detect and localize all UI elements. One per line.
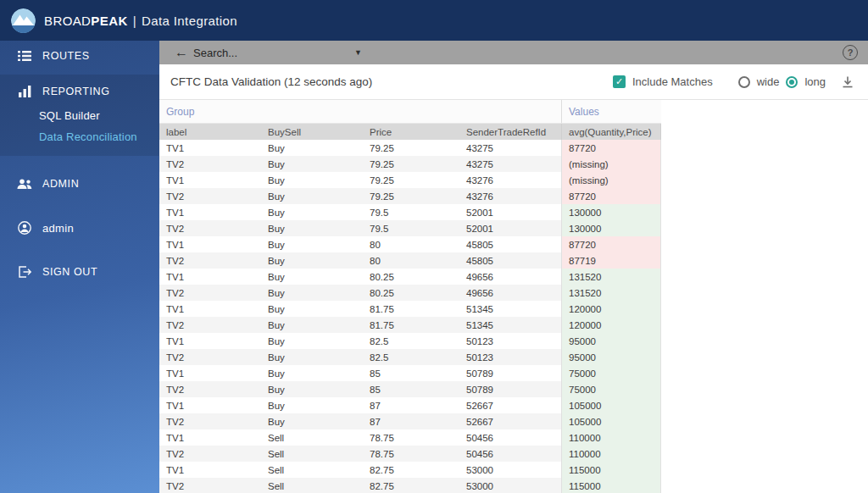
cell-buysell: Buy	[261, 285, 363, 301]
cell-value: 75000	[561, 381, 661, 397]
cell-label: TV2	[159, 156, 261, 172]
cell-buysell: Buy	[261, 252, 363, 269]
table-row[interactable]: TV1Buy8752667105000	[159, 397, 661, 413]
cell-sendertraderefid: 43275	[459, 140, 561, 156]
sidebar-item-reporting[interactable]: REPORTING	[0, 78, 159, 105]
chevron-down-icon[interactable]: ▼	[351, 47, 365, 58]
column-header-buysell[interactable]: BuySell	[261, 124, 363, 140]
cell-sendertraderefid: 43275	[459, 156, 561, 172]
table-row[interactable]: TV2Buy80.2549656131520	[159, 285, 661, 301]
cell-buysell: Buy	[261, 269, 363, 285]
table-row[interactable]: TV2Buy81.7551345120000	[159, 317, 661, 333]
bar-chart-icon	[17, 85, 32, 98]
column-header-price[interactable]: Price	[363, 124, 459, 140]
cell-label: TV2	[159, 413, 261, 429]
table-row[interactable]: TV2Buy855078975000	[159, 381, 661, 397]
cell-value: 110000	[561, 446, 661, 462]
report-controls: ✓ Include Matches wide long	[613, 75, 854, 89]
column-header-avg-quantity-price[interactable]: avg(Quantity,Price)	[561, 124, 661, 140]
people-icon	[17, 177, 32, 191]
cell-buysell: Buy	[261, 204, 363, 220]
cell-price: 79.5	[363, 204, 459, 220]
group-header-row: Group Values	[159, 100, 661, 124]
brand-broad: BROAD	[44, 14, 91, 28]
long-radio[interactable]	[786, 76, 798, 88]
reporting-group: REPORTING SQL Builder Data Reconciliatio…	[0, 75, 159, 156]
cell-label: TV1	[159, 172, 261, 188]
cell-value: 120000	[561, 317, 661, 333]
table-body: TV1Buy79.254327587720TV2Buy79.2543275(mi…	[159, 140, 661, 493]
include-matches-checkbox[interactable]: ✓	[613, 75, 626, 88]
cell-buysell: Buy	[261, 333, 363, 349]
column-header-sendertraderefid[interactable]: SenderTradeRefId	[459, 124, 561, 140]
cell-value: 130000	[561, 204, 661, 220]
table-row[interactable]: TV1Buy79.2543276(missing)	[159, 172, 661, 188]
sidebar-item-admin[interactable]: ADMIN	[0, 168, 159, 200]
sidebar-item-data-reconciliation[interactable]: Data Reconciliation	[0, 126, 159, 147]
long-radio-label[interactable]: long	[804, 75, 826, 88]
table-row[interactable]: TV1Buy79.254327587720	[159, 140, 661, 156]
cell-price: 79.25	[363, 188, 459, 204]
table-row[interactable]: TV1Buy79.552001130000	[159, 204, 661, 220]
cell-price: 80.25	[363, 285, 459, 301]
cell-buysell: Buy	[261, 236, 363, 252]
cell-buysell: Buy	[261, 365, 363, 381]
table-row[interactable]: TV2Sell82.7553000115000	[159, 478, 661, 493]
wide-radio-label[interactable]: wide	[757, 75, 780, 88]
cell-value: 95000	[561, 333, 661, 349]
cell-sendertraderefid: 49656	[459, 285, 561, 301]
cell-price: 82.75	[363, 478, 459, 493]
broadpeak-logo	[11, 8, 36, 33]
routes-list-icon	[17, 49, 32, 63]
sidebar-item-label: SIGN OUT	[42, 266, 97, 278]
table-row[interactable]: TV2Buy79.2543275(missing)	[159, 156, 661, 172]
cell-value: 110000	[561, 429, 661, 446]
table-row[interactable]: TV2Buy804580587719	[159, 252, 661, 269]
cell-sendertraderefid: 50123	[459, 333, 561, 349]
table-row[interactable]: TV2Buy79.552001130000	[159, 220, 661, 236]
wide-radio[interactable]	[738, 76, 750, 88]
table-row[interactable]: TV1Buy855078975000	[159, 365, 661, 381]
table-row[interactable]: TV2Buy79.254327687720	[159, 188, 661, 204]
brand-peak: PEAK	[91, 14, 127, 28]
cell-label: TV2	[159, 478, 261, 493]
sidebar-item-sign-out[interactable]: SIGN OUT	[0, 256, 159, 288]
search-input[interactable]	[193, 47, 351, 59]
table-row[interactable]: TV1Buy80.2549656131520	[159, 269, 661, 285]
table-row[interactable]: TV1Sell78.7550456110000	[159, 429, 661, 446]
table-row[interactable]: TV1Buy804580587720	[159, 236, 661, 252]
download-icon[interactable]	[841, 75, 854, 89]
cell-buysell: Buy	[261, 172, 363, 188]
column-header-label[interactable]: label	[159, 124, 261, 140]
cell-label: TV1	[159, 140, 261, 156]
include-matches-label[interactable]: Include Matches	[632, 75, 713, 88]
table-row[interactable]: TV1Buy81.7551345120000	[159, 301, 661, 317]
cell-price: 79.25	[363, 140, 459, 156]
sidebar-item-sql-builder[interactable]: SQL Builder	[0, 105, 159, 126]
cell-value: 105000	[561, 397, 661, 413]
sidebar-item-routes[interactable]: ROUTES	[0, 42, 159, 69]
sidebar-item-label: admin	[42, 222, 74, 235]
cell-sendertraderefid: 52667	[459, 413, 561, 429]
table-row[interactable]: TV1Sell82.7553000115000	[159, 462, 661, 478]
cell-sendertraderefid: 50123	[459, 349, 561, 365]
table-row[interactable]: TV2Buy82.55012395000	[159, 349, 661, 365]
cell-label: TV2	[159, 349, 261, 365]
sidebar-item-label: REPORTING	[42, 86, 110, 97]
sidebar-item-user[interactable]: admin	[0, 212, 159, 244]
cell-sendertraderefid: 45805	[459, 252, 561, 269]
cell-price: 82.75	[363, 462, 459, 478]
cell-buysell: Buy	[261, 317, 363, 333]
cell-price: 85	[363, 365, 459, 381]
help-button[interactable]: ?	[843, 45, 858, 60]
cell-label: TV1	[159, 269, 261, 285]
values-header: Values	[561, 100, 661, 123]
back-arrow-button[interactable]: ←	[175, 46, 193, 59]
cell-sendertraderefid: 51345	[459, 301, 561, 317]
cell-value: 105000	[561, 413, 661, 429]
cell-label: TV1	[159, 429, 261, 446]
cell-sendertraderefid: 52667	[459, 397, 561, 413]
table-row[interactable]: TV1Buy82.55012395000	[159, 333, 661, 349]
table-row[interactable]: TV2Buy8752667105000	[159, 413, 661, 429]
table-row[interactable]: TV2Sell78.7550456110000	[159, 446, 661, 462]
